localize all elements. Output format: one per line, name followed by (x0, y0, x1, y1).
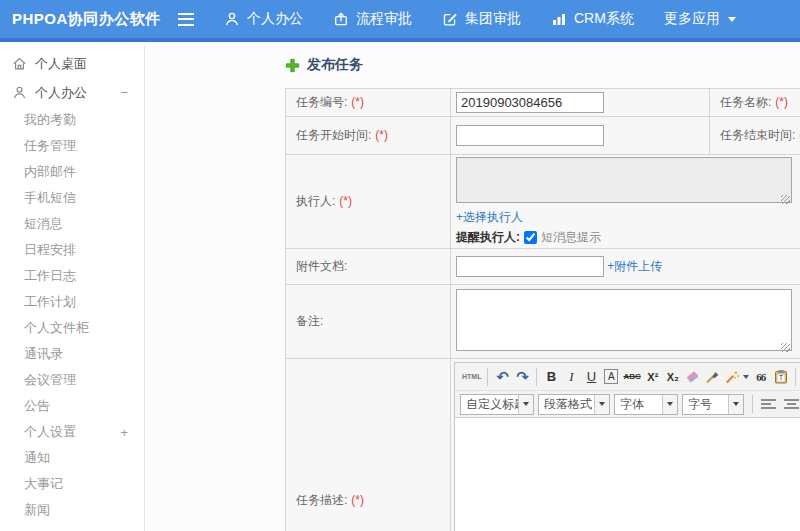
task-name-label: 任务名称:(*) (710, 89, 800, 117)
user-icon (224, 11, 240, 27)
required-mark: (*) (775, 95, 788, 109)
sidebar-item-task-management[interactable]: 任务管理 (0, 133, 144, 159)
sidebar-item-label: 个人文件柜 (24, 319, 89, 337)
attachment-label: 附件文档: (286, 249, 451, 285)
caret-down-icon (743, 375, 749, 382)
home-icon (12, 56, 27, 71)
resize-grip-icon[interactable] (781, 343, 790, 352)
sidebar-item-file-cabinet[interactable]: 个人文件柜 (0, 315, 144, 341)
sidebar-item-my-attendance[interactable]: 我的考勤 (0, 107, 144, 133)
process-approval-icon (333, 11, 349, 27)
sidebar-item-label: 大事记 (24, 475, 63, 493)
sidebar-item-meeting-management[interactable]: 会议管理 (0, 367, 144, 393)
nav-process-approval[interactable]: 流程审批 (333, 10, 412, 28)
paragraph-format-select[interactable]: 段落格式 (538, 394, 610, 415)
subscript-button[interactable]: X₂ (663, 366, 683, 387)
sidebar-item-announcement[interactable]: 公告 (0, 393, 144, 419)
top-navigation-bar: PHPOA协同办公软件 个人办公 流程审批 集团审批 CRM系统 更多应用 (0, 0, 800, 42)
toolbar-separator (487, 368, 488, 386)
sidebar-item-personal-office[interactable]: 个人办公 − (0, 78, 144, 107)
caret-down-icon (594, 395, 609, 414)
nav-group-approval[interactable]: 集团审批 (442, 10, 521, 28)
required-mark: (*) (351, 95, 364, 109)
editor-toolbar-row1: HTML ↶ ↷ B I U A ABC X² X₂ (455, 363, 800, 390)
sidebar-item-label: 会议管理 (24, 371, 76, 389)
sidebar-item-work-plan[interactable]: 工作计划 (0, 289, 144, 315)
remove-format-button[interactable] (683, 366, 703, 387)
resize-grip-icon[interactable] (781, 195, 790, 204)
sidebar-item-label: 短消息 (24, 215, 63, 233)
undo-button[interactable]: ↶ (492, 366, 512, 387)
attachment-input[interactable] (456, 256, 604, 277)
italic-button[interactable]: I (561, 366, 581, 387)
attachment-upload-link[interactable]: +附件上传 (607, 259, 662, 273)
font-family-select[interactable]: 字体 (614, 394, 678, 415)
sidebar-item-work-log[interactable]: 工作日志 (0, 263, 144, 289)
superscript-button[interactable]: X² (643, 366, 663, 387)
redo-button[interactable]: ↷ (512, 366, 532, 387)
char-border-button[interactable]: A (601, 366, 621, 387)
nav-more-apps[interactable]: 更多应用 (664, 10, 736, 28)
sidebar-menu: 个人桌面 个人办公 − 我的考勤 任务管理 内部邮件 手机短信 短消息 日程安排… (0, 46, 145, 531)
sidebar-item-label: 工作计划 (24, 293, 76, 311)
custom-title-select[interactable]: 自定义标题 (460, 394, 534, 415)
executor-textarea[interactable] (456, 157, 792, 203)
align-center-button[interactable] (784, 398, 799, 410)
sidebar-item-personal-settings[interactable]: 个人设置 + (0, 419, 144, 445)
sidebar-item-personal-desktop[interactable]: 个人桌面 (0, 49, 144, 78)
task-form: 任务编号:(*) 任务名称:(*) 任务开始时间:(*) 任务结束时间:(*) … (285, 88, 800, 531)
remind-executor-label: 提醒执行人: (456, 229, 520, 246)
task-number-input[interactable] (456, 92, 604, 113)
expand-icon[interactable]: + (120, 425, 128, 440)
nav-crm-system[interactable]: CRM系统 (551, 10, 634, 28)
bar-chart-icon (551, 11, 567, 27)
sidebar-item-label: 个人桌面 (35, 55, 87, 73)
sidebar-item-internal-mail[interactable]: 内部邮件 (0, 159, 144, 185)
paste-from-word-button[interactable]: T (771, 366, 791, 387)
sidebar-item-label: 个人办公 (35, 84, 87, 102)
nav-personal-office[interactable]: 个人办公 (224, 10, 303, 28)
task-number-label: 任务编号:(*) (286, 89, 451, 117)
sidebar-item-mobile-sms[interactable]: 手机短信 (0, 185, 144, 211)
sms-remind-checkbox[interactable] (524, 231, 537, 244)
sidebar-item-schedule[interactable]: 日程安排 (0, 237, 144, 263)
strikethrough-button[interactable]: ABC (621, 366, 642, 387)
select-executor-link[interactable]: +选择执行人 (456, 210, 523, 224)
caret-down-icon (662, 395, 677, 414)
collapse-icon[interactable]: − (120, 85, 128, 100)
add-icon (285, 58, 300, 73)
sidebar-item-news[interactable]: 新闻 (0, 497, 144, 523)
clipboard-icon: T (774, 369, 788, 384)
underline-button[interactable]: U (581, 366, 601, 387)
sidebar-item-notice[interactable]: 通知 (0, 445, 144, 471)
sidebar-item-short-message[interactable]: 短消息 (0, 211, 144, 237)
align-left-button[interactable] (761, 398, 776, 410)
hamburger-icon (178, 13, 194, 26)
sidebar-item-memorabilia[interactable]: 大事记 (0, 471, 144, 497)
sidebar-item-contacts[interactable]: 通讯录 (0, 341, 144, 367)
blockquote-button[interactable]: 66 (751, 366, 771, 387)
caret-down-icon (728, 395, 743, 414)
remark-textarea[interactable] (456, 289, 792, 351)
main-content: 发布任务 任务编号:(*) 任务名称:(*) 任务开始时间:(*) 任务结束时间… (146, 46, 800, 531)
format-painter-button[interactable] (703, 366, 723, 387)
quick-format-button[interactable] (723, 366, 751, 387)
toolbar-separator (536, 368, 537, 386)
editor-content[interactable] (455, 417, 800, 531)
nav-label: 流程审批 (356, 10, 412, 28)
start-time-label: 任务开始时间:(*) (286, 117, 451, 155)
toolbar-separator (795, 368, 796, 386)
html-source-button[interactable]: HTML (460, 366, 483, 387)
page-title-text: 发布任务 (307, 56, 363, 74)
sidebar-item-label: 手机短信 (24, 189, 76, 207)
editor-toolbar-row2: 自定义标题 段落格式 字体 字号 (455, 390, 800, 417)
task-description-label: 任务描述:(*) (286, 359, 451, 531)
sidebar-item-label: 个人设置 (24, 423, 76, 441)
svg-text:T: T (779, 374, 783, 381)
font-size-select[interactable]: 字号 (682, 394, 744, 415)
nav-label: CRM系统 (574, 10, 634, 28)
remark-label: 备注: (286, 285, 451, 359)
bold-button[interactable]: B (541, 366, 561, 387)
menu-toggle-button[interactable] (178, 11, 198, 27)
start-time-input[interactable] (456, 125, 604, 146)
